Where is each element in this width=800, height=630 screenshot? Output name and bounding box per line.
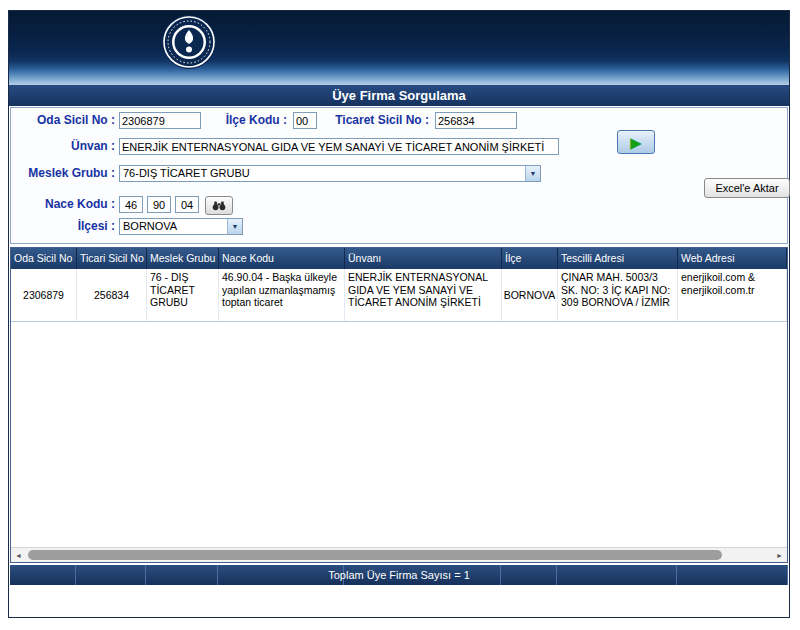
chevron-down-icon[interactable]: ▼ [227,219,242,234]
nace-code-input-2[interactable] [147,196,171,213]
table-row[interactable]: 2306879 256834 76 - DIŞ TİCARET GRUBU 46… [11,269,787,322]
table-footer: Toplam Üye Firma Sayısı = 1 [10,565,788,585]
query-form: Oda Sicil No : İlçe Kodu : Ticaret Sicil… [10,107,788,244]
grid-empty-area [11,322,787,547]
cell-unvani: ENERJİK ENTERNASYONAL GIDA VE YEM SANAYİ… [345,269,502,321]
app-window: Üye Firma Sorgulama Oda Sicil No : İlçe … [8,10,790,618]
unvan-label: Ünvan : [13,138,115,155]
column-header-nace-kodu[interactable]: Nace Kodu [219,248,345,269]
column-header-ticari-sicil-no[interactable]: Ticari Sicil No [77,248,147,269]
horizontal-scrollbar[interactable]: ◄ ► [11,547,787,562]
column-header-ilce[interactable]: İlçe [502,248,558,269]
meslek-grubu-selected-value: 76-DIŞ TİCARET GRUBU [123,167,250,179]
total-count-label: Toplam Üye Firma Sayısı = 1 [10,565,788,585]
chamber-logo-icon [161,14,217,70]
nace-code-input-3[interactable] [175,196,199,213]
scrollbar-track[interactable] [26,548,772,562]
cell-tescilli-adresi: ÇINAR MAH. 5003/3 SK. NO: 3 İÇ KAPI NO: … [558,269,678,321]
meslek-grubu-label: Meslek Grubu : [13,165,115,182]
excel-export-button[interactable]: Excel'e Aktar [704,178,790,198]
binoculars-icon [212,200,226,211]
chamber-logo [161,14,217,70]
ilcesi-label: İlçesi : [13,218,115,235]
header-banner [9,11,789,85]
cell-ilce: BORNOVA [502,269,558,321]
column-header-oda-sicil-no[interactable]: Oda Sicil No [11,248,77,269]
cell-nace-kodu: 46.90.04 - Başka ülkeyle yapılan uzmanla… [219,269,345,321]
chevron-down-icon[interactable]: ▼ [525,166,540,181]
oda-sicil-input[interactable] [119,112,201,129]
ticaret-sicil-input[interactable] [435,112,517,129]
cell-ticari-sicil-no: 256834 [77,269,147,321]
scroll-right-icon[interactable]: ► [772,548,787,562]
results-grid: Oda Sicil No Ticari Sicil No Meslek Grub… [10,247,788,563]
ticaret-sicil-label: Ticaret Sicil No : [317,112,429,129]
column-header-meslek-grubu[interactable]: Meslek Grubu [147,248,219,269]
column-header-web-adresi[interactable]: Web Adresi [678,248,787,269]
play-icon: ▶ [630,135,642,150]
page-title: Üye Firma Sorgulama [9,85,789,106]
cell-meslek-grubu: 76 - DIŞ TİCARET GRUBU [147,269,219,321]
nace-search-button[interactable] [205,196,233,215]
cell-oda-sicil-no: 2306879 [11,269,77,321]
ilce-kodu-label: İlçe Kodu : [211,112,287,129]
ilcesi-selected-value: BORNOVA [123,220,177,232]
cell-web-adresi: enerjikoil.com & enerjikoil.com.tr [678,269,787,321]
nace-code-input-1[interactable] [119,196,143,213]
column-header-tescilli-adresi[interactable]: Tescilli Adresi [558,248,678,269]
unvan-input[interactable] [119,138,559,155]
column-header-unvani[interactable]: Ünvanı [345,248,502,269]
grid-header-row: Oda Sicil No Ticari Sicil No Meslek Grub… [11,248,787,269]
ilcesi-select[interactable]: BORNOVA ▼ [119,218,243,235]
nace-kodu-label: Nace Kodu : [13,196,115,213]
meslek-grubu-select[interactable]: 76-DIŞ TİCARET GRUBU ▼ [119,165,541,182]
oda-sicil-label: Oda Sicil No : [13,112,115,129]
ilce-kodu-input[interactable] [293,112,317,129]
query-button[interactable]: ▶ [617,130,655,154]
scrollbar-thumb[interactable] [28,550,722,560]
scroll-left-icon[interactable]: ◄ [11,548,26,562]
